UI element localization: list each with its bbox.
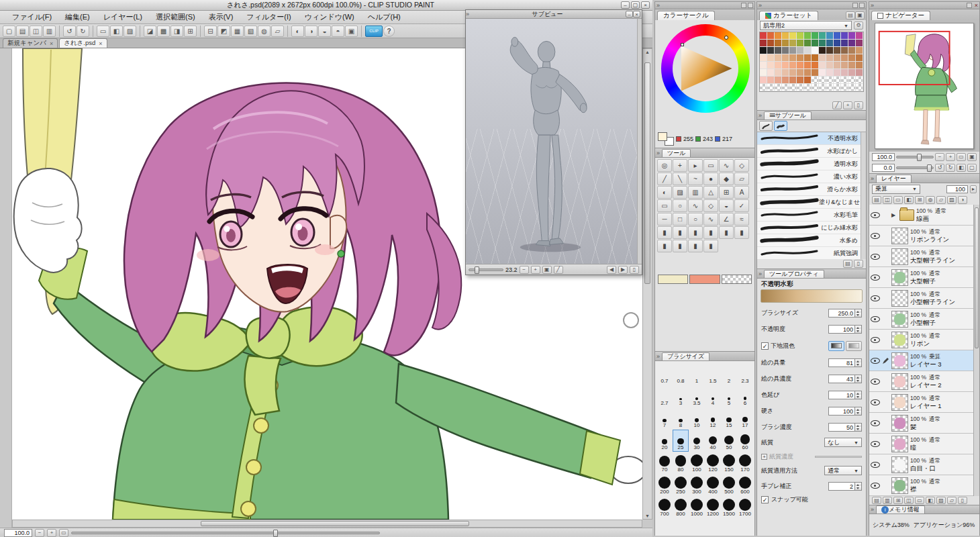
subtool-item[interactable]: 滑らか水彩 xyxy=(757,183,866,196)
text-icon[interactable]: A xyxy=(734,186,749,199)
memory-panel-header[interactable]: »iメモリ情報 xyxy=(869,505,980,514)
color-swatch[interactable] xyxy=(819,69,826,77)
color-swatch[interactable] xyxy=(834,54,841,62)
operate-icon[interactable]: ▸ xyxy=(688,159,703,172)
color-swatch[interactable] xyxy=(819,47,826,54)
color-swatch[interactable] xyxy=(834,84,841,91)
zoom-in-icon[interactable]: + xyxy=(47,529,56,537)
layer-row[interactable]: 100 %乗算レイヤー 3 xyxy=(869,350,979,371)
layer-row[interactable]: 100 %通常白目・口 xyxy=(869,454,979,475)
color-swatch[interactable] xyxy=(856,69,863,77)
subtool-item[interactable]: 濃い水彩 xyxy=(757,170,866,183)
brush-size-panel-header[interactable]: »ブラシサイズ xyxy=(654,351,755,361)
select-icon[interactable]: ▭ xyxy=(703,159,718,172)
color-swatch[interactable] xyxy=(848,62,856,69)
color-swatch[interactable] xyxy=(782,54,789,62)
layer-row[interactable]: 100 %通常髪 xyxy=(869,413,979,434)
subview-canvas[interactable] xyxy=(466,19,642,264)
decoration-icon[interactable]: ◆ xyxy=(719,173,734,185)
guide-icon[interactable]: ◐ xyxy=(291,26,304,37)
rotate-view-icon[interactable]: ◓ xyxy=(332,26,344,37)
spinner-icon[interactable] xyxy=(855,482,862,491)
close-icon[interactable]: × xyxy=(641,1,650,9)
dock-icon[interactable] xyxy=(852,3,858,8)
collapse-chevron-icon[interactable]: » xyxy=(758,271,762,277)
color-swatch[interactable] xyxy=(782,40,789,47)
color-swatch[interactable] xyxy=(841,47,848,54)
property-dropdown[interactable]: なし▼ xyxy=(824,438,862,447)
pencil-icon[interactable]: ╲ xyxy=(673,173,687,185)
brush-size-cell[interactable]: 500 xyxy=(721,474,737,496)
color-swatch[interactable] xyxy=(856,62,863,69)
document-tab-1[interactable]: されさ.psd× xyxy=(59,38,107,48)
status-zoom-value[interactable]: 100.0 xyxy=(4,529,32,537)
brush-size-cell[interactable]: 6 xyxy=(737,385,753,407)
zoom-out-icon[interactable]: − xyxy=(935,153,944,161)
brush-size-cell[interactable]: 60 xyxy=(737,430,753,452)
nib-5-icon[interactable]: ▮ xyxy=(719,226,734,239)
color-swatch[interactable] xyxy=(834,32,841,40)
colorset-preset-dropdown[interactable]: 肌専用2▼ xyxy=(760,21,852,30)
color-swatch[interactable] xyxy=(797,54,804,62)
menu-item-6[interactable]: ウィンドウ(W) xyxy=(298,11,361,23)
scroll-down-icon[interactable]: ▼ xyxy=(643,514,652,518)
subtool-item[interactable]: 水多め xyxy=(757,234,866,247)
spinner-icon[interactable] xyxy=(855,391,862,399)
palette-strip[interactable]: » xyxy=(654,1,755,9)
brush-size-cell[interactable]: 0.8 xyxy=(673,363,689,385)
spinner-icon[interactable] xyxy=(855,407,862,416)
tab-tool[interactable]: ツール xyxy=(662,149,691,157)
curve-icon[interactable]: ∿ xyxy=(703,213,718,226)
maximize-icon[interactable]: ▢ xyxy=(631,1,640,9)
checkbox-icon[interactable]: ✓ xyxy=(761,342,769,350)
visibility-eye-icon[interactable] xyxy=(871,481,880,490)
color-swatch[interactable] xyxy=(841,54,848,62)
color-swatch[interactable] xyxy=(819,40,826,47)
brush-size-cell[interactable]: 25 xyxy=(673,430,689,452)
brush-size-cell[interactable]: 10 xyxy=(689,407,705,430)
color-swatch[interactable] xyxy=(775,69,782,77)
cut-icon[interactable]: ▭ xyxy=(97,26,109,37)
color-swatch[interactable] xyxy=(826,77,834,84)
menu-icon[interactable] xyxy=(748,3,753,8)
color-swatch[interactable] xyxy=(782,47,789,54)
color-swatch[interactable] xyxy=(848,84,856,91)
color-swatch[interactable] xyxy=(804,62,812,69)
color-swatch[interactable] xyxy=(812,77,819,84)
color-swatch[interactable] xyxy=(797,77,804,84)
layer-footer-icon-1[interactable]: ▥ xyxy=(883,497,892,504)
brush-size-cell[interactable]: 0.7 xyxy=(656,363,673,385)
color-swatch[interactable] xyxy=(767,69,775,77)
scale-rotate-icon[interactable]: ⊟ xyxy=(204,26,217,37)
color-swatch[interactable] xyxy=(797,47,804,54)
edit-colorset-icon[interactable]: ▤ xyxy=(846,11,855,19)
color-swatch[interactable] xyxy=(848,54,856,62)
navigator-zoom-slider[interactable] xyxy=(896,156,934,158)
layer-footer-icon-4[interactable]: ▭ xyxy=(915,497,924,504)
brush-size-cell[interactable]: 7 xyxy=(656,407,673,430)
visibility-eye-icon[interactable] xyxy=(871,439,880,448)
brush-size-cell[interactable]: 1000 xyxy=(689,496,705,518)
tab-tool-property[interactable]: ツールプロパティ xyxy=(764,270,824,278)
property-value[interactable]: 50 xyxy=(828,423,855,432)
color-swatch[interactable] xyxy=(826,84,834,91)
brush-size-cell[interactable]: 12 xyxy=(705,407,721,430)
subview-zoom-slider[interactable] xyxy=(469,268,503,271)
zoom-out-icon[interactable]: − xyxy=(520,266,529,274)
blend-option-toggle-icon[interactable] xyxy=(846,341,862,351)
flip-icon[interactable]: ◧ xyxy=(957,164,966,172)
subtool-item[interactable]: 水彩毛筆 xyxy=(757,209,866,222)
lasso-icon[interactable]: ∿ xyxy=(719,159,734,172)
color-swatch[interactable] xyxy=(856,77,863,84)
color-swatch[interactable] xyxy=(812,40,819,47)
rotate-left-icon[interactable]: ↺ xyxy=(935,164,944,172)
brush-size-cell[interactable]: 1700 xyxy=(737,496,753,518)
minimize-icon[interactable]: – xyxy=(621,1,630,9)
subtool-item[interactable]: 塗り&なじませ xyxy=(757,196,866,209)
menu-item-1[interactable]: 編集(E) xyxy=(58,11,97,23)
open-file-icon[interactable]: ▤ xyxy=(16,26,29,37)
pen-icon[interactable]: ╱ xyxy=(657,173,672,185)
tab-navigator[interactable]: ナビゲーター xyxy=(871,11,930,20)
sel-erase-icon[interactable]: ▮ xyxy=(673,240,687,252)
color-swatch[interactable] xyxy=(848,47,856,54)
